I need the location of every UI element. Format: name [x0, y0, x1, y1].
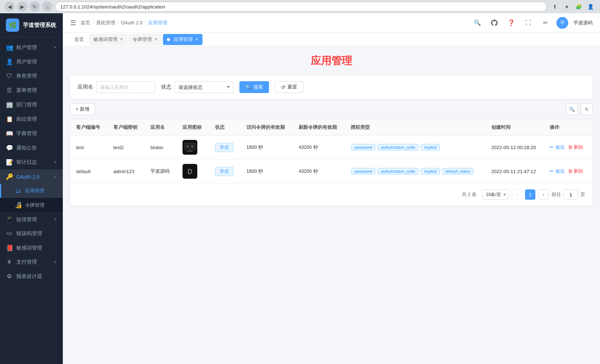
tab-app[interactable]: 应用管理 ✕: [163, 34, 202, 45]
breadcrumb-home[interactable]: 首页: [81, 20, 90, 26]
cell-app-name-2: 芋道源码: [144, 159, 177, 183]
tag-auth-code-1: authorization_code: [378, 144, 419, 151]
sidebar-item-dict[interactable]: 📖 字典管理: [0, 126, 63, 141]
cell-client-secret-1: test2: [108, 135, 145, 159]
sidebar-item-error-label: 错误码管理: [16, 230, 57, 237]
col-access-validity: 访问令牌的有效期: [241, 120, 293, 135]
sidebar-item-audit[interactable]: 📝 审计日志 ▼: [0, 155, 63, 169]
tenant-arrow-icon: ▼: [53, 45, 57, 49]
forward-button[interactable]: ▶: [17, 1, 27, 12]
sidebar-item-sms[interactable]: 📱 短信管理 ▼: [0, 212, 63, 227]
share-button[interactable]: ⬆: [550, 1, 560, 12]
cell-action-2: ✏ 修改 🗑 删除: [544, 159, 593, 183]
add-btn-label: + 新增: [76, 106, 89, 113]
menu-toggle-button[interactable]: ☰: [70, 19, 76, 27]
bookmark-button[interactable]: ★: [562, 1, 572, 12]
delete-link-1[interactable]: 🗑 删除: [568, 144, 584, 150]
sidebar-item-payment[interactable]: ¥ 支付管理 ▼: [0, 255, 63, 269]
extension-button[interactable]: 🧩: [573, 1, 584, 12]
sidebar-item-dept[interactable]: 🏢 部门管理: [0, 97, 63, 112]
delete-link-2[interactable]: 🗑 删除: [568, 168, 584, 174]
table-search-icon: 🔍: [569, 107, 575, 112]
audit-icon: 📝: [6, 159, 13, 166]
col-app-icon: 应用图标: [177, 120, 209, 135]
profile-button[interactable]: 👤: [585, 1, 596, 12]
user-name[interactable]: 芋道源码: [573, 20, 593, 26]
refresh-button[interactable]: ↻: [581, 103, 593, 115]
token-mgmt-icon: 🔏: [15, 202, 21, 209]
sidebar-item-sensitive-label: 敏感词管理: [16, 245, 57, 251]
reset-icon: ↺: [281, 85, 285, 90]
table-row: default admin123 芋道源码 D: [70, 159, 593, 183]
github-button[interactable]: [488, 17, 500, 29]
user-avatar[interactable]: 芋: [556, 17, 568, 29]
main-area: ☰ 首页 / 系统管理 / OAuth 2.0 / 应用管理 🔍 ❓ ⛶ ✏ 芋…: [63, 13, 600, 364]
tab-sensitive[interactable]: 敏感词管理 ✕: [89, 34, 127, 45]
sidebar-menu: 👥 租户管理 ▼ 👤 用户管理 🛡 角色管理 ☰ 菜单管理 🏢 部门管理: [0, 37, 63, 364]
page-size-select[interactable]: 10条/页 20条/页 50条/页: [483, 189, 509, 200]
table-search-button[interactable]: 🔍: [566, 103, 578, 115]
app-icon-1: [183, 140, 197, 155]
sidebar-item-report-label: 报表设计器: [16, 273, 57, 280]
prev-page-button[interactable]: ‹: [512, 189, 522, 200]
add-button[interactable]: + 新增: [70, 103, 95, 115]
sidebar-item-sensitive[interactable]: 📕 敏感词管理: [0, 241, 63, 255]
status-select[interactable]: 请选择状态 开启 关闭: [174, 81, 233, 93]
notice-icon: 💬: [6, 144, 13, 151]
sidebar-item-oauth2[interactable]: 🔑 OAuth 2.0 ▲: [0, 169, 63, 184]
back-button[interactable]: ◀: [4, 1, 15, 12]
page-jump-input[interactable]: [563, 189, 578, 200]
breadcrumb-sep-1: /: [92, 20, 94, 25]
sidebar-sub-item-token-mgmt-label: 令牌管理: [25, 202, 57, 209]
page-jump-suffix: 页: [580, 191, 585, 198]
edit-mode-button[interactable]: ✏: [539, 17, 551, 29]
edit-link-2[interactable]: ✏ 修改: [550, 168, 565, 174]
page-content: 应用管理 应用名 状态 请选择状态 开启 关闭 🔍 搜索: [63, 47, 600, 364]
sidebar-sub-item-app-mgmt[interactable]: 🗂 应用管理: [0, 184, 63, 198]
sidebar-item-tenant[interactable]: 👥 租户管理 ▼: [0, 40, 63, 55]
sms-arrow-icon: ▼: [53, 217, 57, 222]
table-header: 客户端编号 客户端密钥 应用名 应用图标 状态 访问令牌的有效期 刷新令牌的有效…: [70, 120, 593, 135]
status-field: 状态 请选择状态 开启 关闭: [161, 81, 233, 93]
breadcrumb-system[interactable]: 系统管理: [96, 20, 115, 26]
tab-home[interactable]: 首页: [70, 34, 88, 45]
tab-token-close[interactable]: ✕: [154, 37, 157, 42]
fullscreen-button[interactable]: ⛶: [522, 17, 534, 29]
next-page-button[interactable]: ›: [538, 189, 549, 200]
app-mgmt-icon: 🗂: [15, 188, 21, 194]
home-button[interactable]: ⌂: [42, 1, 52, 12]
sidebar-item-post[interactable]: 📋 岗位管理: [0, 112, 63, 126]
search-button[interactable]: 🔍: [471, 17, 483, 29]
col-auth-type: 授权类型: [345, 120, 485, 135]
sidebar-item-notice[interactable]: 💬 通知公告: [0, 141, 63, 155]
sidebar-logo: 🌿 芋道管理系统: [0, 13, 63, 37]
breadcrumb-oauth2[interactable]: OAuth 2.0: [121, 20, 143, 25]
tab-app-close[interactable]: ✕: [195, 37, 198, 42]
app-name-input[interactable]: [96, 81, 155, 93]
page-1-button[interactable]: 1: [525, 189, 535, 200]
sidebar-item-report[interactable]: ⚙ 报表设计器: [0, 269, 63, 284]
sidebar-item-user-label: 用户管理: [16, 59, 57, 65]
reset-button[interactable]: ↺ 重置: [275, 81, 303, 93]
sidebar-item-menu[interactable]: ☰ 菜单管理: [0, 83, 63, 97]
sidebar-item-user[interactable]: 👤 用户管理: [0, 55, 63, 69]
cell-refresh-2: 43200 秒: [293, 159, 345, 183]
payment-arrow-icon: ▼: [53, 260, 57, 264]
cell-client-id-1: test: [70, 135, 108, 159]
tab-sensitive-close[interactable]: ✕: [120, 37, 123, 42]
search-button[interactable]: 🔍 搜索: [239, 81, 269, 93]
cell-app-icon-2: D: [177, 159, 209, 183]
col-created-time: 创建时间: [485, 120, 544, 135]
browser-controls: ◀ ▶ ↻ ⌂: [4, 1, 52, 12]
sidebar-sub-item-token-mgmt[interactable]: 🔏 令牌管理: [0, 198, 63, 212]
tab-token[interactable]: 令牌管理 ✕: [129, 34, 161, 45]
sidebar-item-error[interactable]: </> 错误码管理: [0, 227, 63, 241]
help-button[interactable]: ❓: [505, 17, 517, 29]
sidebar-item-menu-label: 菜单管理: [16, 87, 57, 94]
edit-link-1[interactable]: ✏ 修改: [550, 144, 565, 150]
status-badge-2: 开启: [215, 167, 233, 176]
sidebar-item-role[interactable]: 🛡 角色管理: [0, 69, 63, 83]
reload-button[interactable]: ↻: [30, 1, 40, 12]
address-bar[interactable]: 127.0.0.1:1024/system/oauth2/oauth2/appl…: [55, 2, 547, 11]
sensitive-icon: 📕: [6, 244, 13, 251]
